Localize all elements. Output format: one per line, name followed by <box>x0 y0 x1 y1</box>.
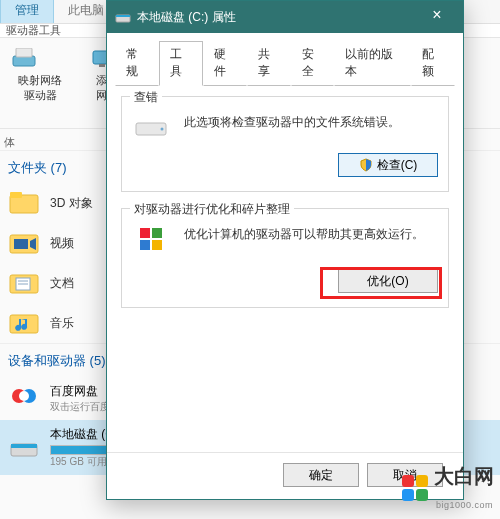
folder-icon <box>8 187 40 219</box>
tab-tools[interactable]: 工具 <box>159 41 203 86</box>
svg-point-22 <box>161 128 164 131</box>
shield-icon <box>359 158 373 172</box>
group-description: 优化计算机的驱动器可以帮助其更高效运行。 <box>184 225 424 243</box>
dialog-title: 本地磁盘 (C:) 属性 <box>137 9 417 26</box>
svg-rect-18 <box>11 444 37 448</box>
tab-general[interactable]: 常规 <box>115 41 159 86</box>
button-label: 检查(C) <box>377 157 418 174</box>
watermark-logo-icon <box>402 475 428 501</box>
svg-rect-24 <box>152 228 162 238</box>
ok-button[interactable]: 确定 <box>283 463 359 487</box>
close-button[interactable]: × <box>417 1 457 33</box>
svg-rect-7 <box>14 239 28 249</box>
tab-hardware[interactable]: 硬件 <box>203 41 247 86</box>
folder-label: 文档 <box>50 275 74 292</box>
baidu-icon <box>8 382 40 414</box>
folder-label: 音乐 <box>50 315 74 332</box>
ribbon-tab-manage[interactable]: 管理 <box>0 0 54 23</box>
svg-rect-3 <box>99 64 105 67</box>
group-legend: 对驱动器进行优化和碎片整理 <box>130 201 294 218</box>
ribbon-label: 映射网络 驱动器 <box>18 74 62 101</box>
drive-check-icon <box>132 113 172 139</box>
dialog-tabs: 常规 工具 硬件 共享 安全 以前的版本 配额 <box>107 33 463 86</box>
tab-sharing[interactable]: 共享 <box>247 41 291 86</box>
ribbon-map-network-drive[interactable]: 映射网络 驱动器 <box>10 48 70 103</box>
folder-icon <box>8 307 40 339</box>
group-optimize: 对驱动器进行优化和碎片整理 优化计算机的驱动器可以帮助其更高效运行。 优化(O) <box>121 208 449 308</box>
optimize-button[interactable]: 优化(O) <box>338 269 438 293</box>
check-button[interactable]: 检查(C) <box>338 153 438 177</box>
dialog-titlebar[interactable]: 本地磁盘 (C:) 属性 × <box>107 1 463 33</box>
properties-dialog: 本地磁盘 (C:) 属性 × 常规 工具 硬件 共享 安全 以前的版本 配额 查… <box>106 0 464 500</box>
tab-previous-versions[interactable]: 以前的版本 <box>334 41 411 86</box>
drive-icon <box>8 432 40 464</box>
svg-rect-26 <box>152 240 162 250</box>
group-description: 此选项将检查驱动器中的文件系统错误。 <box>184 113 400 131</box>
group-legend: 查错 <box>130 89 162 106</box>
watermark: 大白网 big1000.com <box>402 463 494 513</box>
watermark-domain: big1000.com <box>436 500 493 510</box>
button-label: 优化(O) <box>367 273 408 290</box>
network-drive-icon <box>10 48 70 70</box>
defrag-icon <box>132 225 172 255</box>
watermark-name: 大白网 <box>434 465 494 487</box>
folder-icon <box>8 267 40 299</box>
folder-label: 视频 <box>50 235 74 252</box>
folder-icon <box>8 227 40 259</box>
svg-rect-20 <box>116 15 130 17</box>
svg-point-16 <box>19 391 29 401</box>
folder-label: 3D 对象 <box>50 195 93 212</box>
group-error-checking: 查错 此选项将检查驱动器中的文件系统错误。 检查(C) <box>121 96 449 192</box>
tab-security[interactable]: 安全 <box>291 41 335 86</box>
svg-rect-5 <box>10 192 22 198</box>
close-icon: × <box>432 6 441 23</box>
tab-quota[interactable]: 配额 <box>411 41 455 86</box>
svg-rect-1 <box>16 48 32 57</box>
svg-rect-25 <box>140 240 150 250</box>
drive-icon <box>115 9 131 25</box>
svg-rect-23 <box>140 228 150 238</box>
